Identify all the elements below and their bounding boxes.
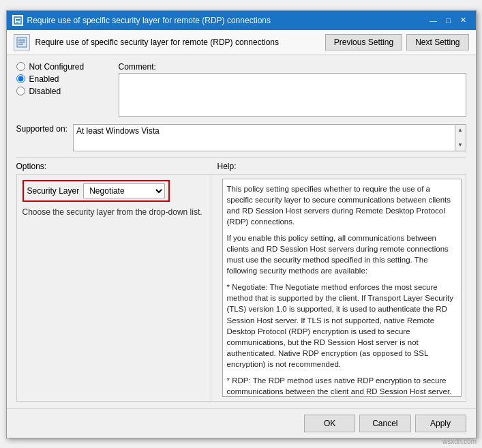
- security-layer-label: Security Layer: [27, 186, 80, 196]
- cancel-button[interactable]: Cancel: [359, 415, 410, 432]
- header-icon: [14, 34, 30, 50]
- footer: OK Cancel Apply: [7, 408, 476, 438]
- maximize-button[interactable]: □: [442, 14, 455, 27]
- scroll-down-arrow[interactable]: ▼: [455, 140, 466, 151]
- not-configured-label[interactable]: Not Configured: [29, 62, 85, 72]
- radio-section: Not Configured Enabled Disabled: [16, 62, 112, 119]
- comment-section: Comment:: [119, 62, 466, 119]
- svg-rect-5: [18, 40, 25, 41]
- options-description: Choose the security layer from the drop-…: [22, 207, 205, 217]
- scroll-up-arrow[interactable]: ▲: [455, 125, 466, 136]
- divider: [16, 157, 466, 158]
- help-para-3: * Negotiate: The Negotiate method enforc…: [227, 282, 457, 370]
- help-panel: This policy setting specifies whether to…: [218, 175, 466, 401]
- security-layer-dropdown[interactable]: Negotiate RDP SSL: [83, 183, 165, 198]
- supported-value: At least Windows Vista: [76, 126, 160, 136]
- not-configured-group: Not Configured: [16, 62, 112, 72]
- disabled-radio[interactable]: [16, 87, 25, 95]
- help-para-1: This policy setting specifies whether to…: [227, 183, 457, 227]
- supported-row: Supported on: At least Windows Vista ▲ ▼: [16, 124, 466, 151]
- title-controls: — □ ✕: [427, 14, 470, 27]
- help-para-2: If you enable this policy setting, all c…: [227, 233, 457, 276]
- comment-textarea[interactable]: [119, 73, 466, 117]
- security-layer-container: Security Layer Negotiate RDP SSL: [22, 180, 170, 202]
- prev-setting-button[interactable]: Previous Setting: [325, 34, 402, 50]
- enabled-radio[interactable]: [16, 74, 25, 83]
- close-button[interactable]: ✕: [457, 14, 470, 27]
- supported-label: Supported on:: [16, 124, 67, 134]
- options-panel: Security Layer Negotiate RDP SSL Choose …: [17, 175, 211, 401]
- help-para-4: * RDP: The RDP method uses native RDP en…: [227, 375, 457, 397]
- header-buttons: Previous Setting Next Setting: [325, 34, 469, 50]
- options-help-panel: Security Layer Negotiate RDP SSL Choose …: [16, 174, 466, 402]
- window-title: Require use of specific security layer f…: [27, 16, 271, 25]
- help-label: Help:: [217, 162, 237, 171]
- header-bar: Require use of specific security layer f…: [7, 30, 476, 55]
- help-text-box[interactable]: This policy setting specifies whether to…: [222, 179, 462, 397]
- watermark: wsxdn.com: [442, 438, 477, 445]
- next-setting-button[interactable]: Next Setting: [406, 34, 468, 50]
- comment-label: Comment:: [119, 62, 466, 72]
- svg-rect-6: [18, 42, 25, 43]
- options-label-cell: Options:: [16, 162, 217, 171]
- supported-scrollbar: ▲ ▼: [455, 125, 466, 151]
- svg-rect-7: [18, 44, 23, 45]
- header-title: Require use of specific security layer f…: [35, 38, 279, 47]
- main-content: Not Configured Enabled Disabled Comment:…: [7, 55, 476, 408]
- svg-rect-3: [16, 22, 18, 23]
- header-left: Require use of specific security layer f…: [14, 34, 279, 50]
- svg-rect-1: [16, 19, 20, 20]
- enabled-group: Enabled: [16, 74, 112, 84]
- disabled-label[interactable]: Disabled: [29, 87, 61, 96]
- disabled-group: Disabled: [16, 87, 112, 96]
- help-text-content: This policy setting specifies whether to…: [227, 183, 457, 397]
- title-bar: Require use of specific security layer f…: [7, 11, 476, 30]
- ok-button[interactable]: OK: [304, 415, 355, 432]
- supported-value-box: At least Windows Vista ▲ ▼: [73, 124, 466, 151]
- window-icon: [12, 15, 23, 26]
- section-labels: Options: Help:: [16, 162, 466, 171]
- not-configured-radio[interactable]: [16, 62, 25, 71]
- help-label-cell: Help:: [217, 162, 466, 171]
- top-row: Not Configured Enabled Disabled Comment:: [16, 62, 466, 119]
- options-label: Options:: [16, 162, 47, 171]
- minimize-button[interactable]: —: [427, 14, 440, 27]
- apply-button[interactable]: Apply: [415, 415, 466, 432]
- title-bar-left: Require use of specific security layer f…: [12, 15, 271, 26]
- main-window: Require use of specific security layer f…: [6, 10, 477, 438]
- svg-rect-2: [16, 20, 20, 21]
- enabled-label[interactable]: Enabled: [29, 74, 59, 84]
